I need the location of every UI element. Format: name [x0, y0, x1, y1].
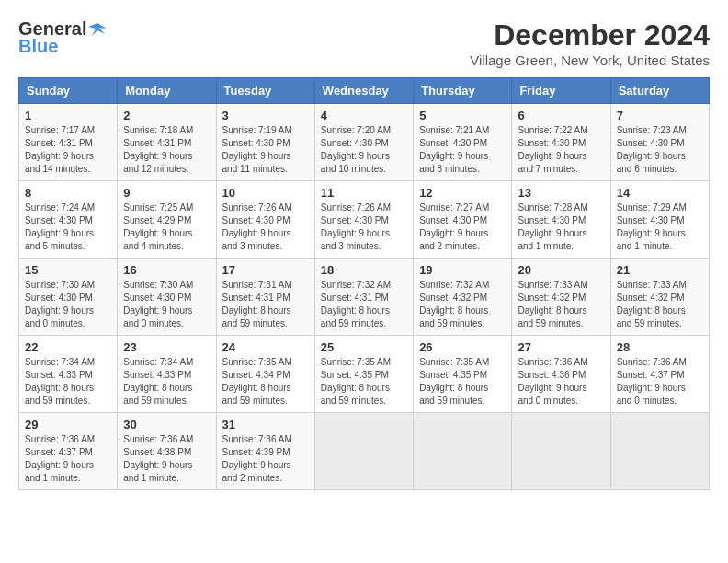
day-info: Sunrise: 7:36 AM Sunset: 4:37 PM Dayligh… [617, 356, 703, 408]
day-info: Sunrise: 7:28 AM Sunset: 4:30 PM Dayligh… [518, 201, 604, 253]
col-wednesday: Wednesday [314, 78, 413, 104]
day-info: Sunrise: 7:20 AM Sunset: 4:30 PM Dayligh… [321, 124, 407, 176]
table-row: 18Sunrise: 7:32 AM Sunset: 4:31 PM Dayli… [314, 259, 413, 336]
svg-marker-0 [88, 23, 107, 36]
day-number: 10 [222, 186, 309, 200]
col-thursday: Thursday [414, 78, 512, 104]
day-number: 30 [123, 418, 210, 431]
day-info: Sunrise: 7:34 AM Sunset: 4:33 PM Dayligh… [123, 356, 210, 408]
table-row: 31Sunrise: 7:36 AM Sunset: 4:39 PM Dayli… [216, 413, 314, 490]
calendar-row: 8Sunrise: 7:24 AM Sunset: 4:30 PM Daylig… [19, 181, 710, 259]
logo-text-block: General Blue [18, 18, 108, 57]
logo-blue: Blue [18, 36, 58, 57]
table-row: 26Sunrise: 7:35 AM Sunset: 4:35 PM Dayli… [414, 336, 512, 413]
calendar-row: 15Sunrise: 7:30 AM Sunset: 4:30 PM Dayli… [19, 259, 710, 336]
day-number: 15 [25, 263, 111, 277]
table-row: 14Sunrise: 7:29 AM Sunset: 4:30 PM Dayli… [610, 181, 709, 259]
day-number: 5 [419, 109, 506, 122]
day-number: 9 [123, 186, 210, 200]
day-number: 7 [617, 109, 703, 122]
day-info: Sunrise: 7:36 AM Sunset: 4:39 PM Dayligh… [222, 433, 309, 485]
day-number: 28 [617, 340, 703, 354]
table-row [512, 413, 610, 490]
table-row: 17Sunrise: 7:31 AM Sunset: 4:31 PM Dayli… [216, 259, 314, 336]
day-number: 19 [419, 263, 506, 277]
day-number: 2 [123, 109, 210, 122]
day-number: 18 [321, 263, 407, 277]
day-info: Sunrise: 7:23 AM Sunset: 4:30 PM Dayligh… [617, 124, 703, 176]
table-row [610, 413, 709, 490]
day-info: Sunrise: 7:17 AM Sunset: 4:31 PM Dayligh… [25, 124, 111, 176]
day-number: 26 [419, 340, 506, 354]
day-info: Sunrise: 7:26 AM Sunset: 4:30 PM Dayligh… [321, 201, 407, 253]
table-row: 21Sunrise: 7:33 AM Sunset: 4:32 PM Dayli… [610, 259, 709, 336]
table-row: 20Sunrise: 7:33 AM Sunset: 4:32 PM Dayli… [512, 259, 610, 336]
table-row: 6Sunrise: 7:22 AM Sunset: 4:30 PM Daylig… [512, 104, 610, 181]
table-row: 13Sunrise: 7:28 AM Sunset: 4:30 PM Dayli… [512, 181, 610, 259]
table-row: 30Sunrise: 7:36 AM Sunset: 4:38 PM Dayli… [118, 413, 216, 490]
day-info: Sunrise: 7:33 AM Sunset: 4:32 PM Dayligh… [518, 279, 604, 330]
table-row: 28Sunrise: 7:36 AM Sunset: 4:37 PM Dayli… [610, 336, 709, 413]
table-row: 7Sunrise: 7:23 AM Sunset: 4:30 PM Daylig… [610, 104, 709, 181]
table-row: 23Sunrise: 7:34 AM Sunset: 4:33 PM Dayli… [118, 336, 216, 413]
day-info: Sunrise: 7:35 AM Sunset: 4:35 PM Dayligh… [419, 356, 506, 408]
table-row: 29Sunrise: 7:36 AM Sunset: 4:37 PM Dayli… [19, 413, 118, 490]
col-friday: Friday [512, 78, 610, 104]
col-tuesday: Tuesday [216, 78, 314, 104]
day-number: 16 [123, 263, 210, 277]
day-number: 24 [222, 340, 309, 354]
day-info: Sunrise: 7:25 AM Sunset: 4:29 PM Dayligh… [123, 201, 210, 253]
day-number: 12 [419, 186, 506, 200]
table-row: 11Sunrise: 7:26 AM Sunset: 4:30 PM Dayli… [314, 181, 413, 259]
day-number: 14 [617, 186, 703, 200]
day-number: 31 [222, 418, 309, 431]
calendar-header-row: Sunday Monday Tuesday Wednesday Thursday… [19, 78, 710, 104]
table-row [414, 413, 512, 490]
day-info: Sunrise: 7:21 AM Sunset: 4:30 PM Dayligh… [419, 124, 506, 176]
header: General Blue December 2024 Village Green… [18, 18, 710, 68]
day-number: 17 [222, 263, 309, 277]
day-number: 20 [518, 263, 604, 277]
day-number: 13 [518, 186, 604, 200]
day-info: Sunrise: 7:36 AM Sunset: 4:36 PM Dayligh… [518, 356, 604, 408]
calendar-table: Sunday Monday Tuesday Wednesday Thursday… [18, 77, 710, 490]
table-row: 10Sunrise: 7:26 AM Sunset: 4:30 PM Dayli… [216, 181, 314, 259]
day-number: 23 [123, 340, 210, 354]
table-row [314, 413, 413, 490]
col-saturday: Saturday [610, 78, 709, 104]
calendar-row: 22Sunrise: 7:34 AM Sunset: 4:33 PM Dayli… [19, 336, 710, 413]
table-row: 25Sunrise: 7:35 AM Sunset: 4:35 PM Dayli… [314, 336, 413, 413]
table-row: 12Sunrise: 7:27 AM Sunset: 4:30 PM Dayli… [414, 181, 512, 259]
day-info: Sunrise: 7:26 AM Sunset: 4:30 PM Dayligh… [222, 201, 309, 253]
col-monday: Monday [118, 78, 216, 104]
logo-bird-icon [88, 19, 108, 40]
day-number: 29 [25, 418, 111, 431]
day-number: 21 [617, 263, 703, 277]
day-info: Sunrise: 7:32 AM Sunset: 4:32 PM Dayligh… [419, 279, 506, 330]
day-info: Sunrise: 7:30 AM Sunset: 4:30 PM Dayligh… [25, 279, 111, 330]
table-row: 19Sunrise: 7:32 AM Sunset: 4:32 PM Dayli… [414, 259, 512, 336]
day-number: 25 [321, 340, 407, 354]
day-info: Sunrise: 7:29 AM Sunset: 4:30 PM Dayligh… [617, 201, 703, 253]
month-title: December 2024 [470, 18, 710, 52]
location-title: Village Green, New York, United States [470, 52, 710, 68]
day-info: Sunrise: 7:32 AM Sunset: 4:31 PM Dayligh… [321, 279, 407, 330]
table-row: 16Sunrise: 7:30 AM Sunset: 4:30 PM Dayli… [118, 259, 216, 336]
day-info: Sunrise: 7:33 AM Sunset: 4:32 PM Dayligh… [617, 279, 703, 330]
day-number: 3 [222, 109, 309, 122]
table-row: 2Sunrise: 7:18 AM Sunset: 4:31 PM Daylig… [118, 104, 216, 181]
table-row: 22Sunrise: 7:34 AM Sunset: 4:33 PM Dayli… [19, 336, 118, 413]
day-info: Sunrise: 7:34 AM Sunset: 4:33 PM Dayligh… [25, 356, 111, 408]
table-row: 15Sunrise: 7:30 AM Sunset: 4:30 PM Dayli… [19, 259, 118, 336]
day-info: Sunrise: 7:19 AM Sunset: 4:30 PM Dayligh… [222, 124, 309, 176]
table-row: 5Sunrise: 7:21 AM Sunset: 4:30 PM Daylig… [414, 104, 512, 181]
logo: General Blue [18, 18, 108, 57]
day-info: Sunrise: 7:31 AM Sunset: 4:31 PM Dayligh… [222, 279, 309, 330]
day-info: Sunrise: 7:22 AM Sunset: 4:30 PM Dayligh… [518, 124, 604, 176]
calendar-row: 1Sunrise: 7:17 AM Sunset: 4:31 PM Daylig… [19, 104, 710, 181]
day-info: Sunrise: 7:18 AM Sunset: 4:31 PM Dayligh… [123, 124, 210, 176]
day-info: Sunrise: 7:30 AM Sunset: 4:30 PM Dayligh… [123, 279, 210, 330]
day-number: 4 [321, 109, 407, 122]
day-number: 1 [25, 109, 111, 122]
table-row: 24Sunrise: 7:35 AM Sunset: 4:34 PM Dayli… [216, 336, 314, 413]
